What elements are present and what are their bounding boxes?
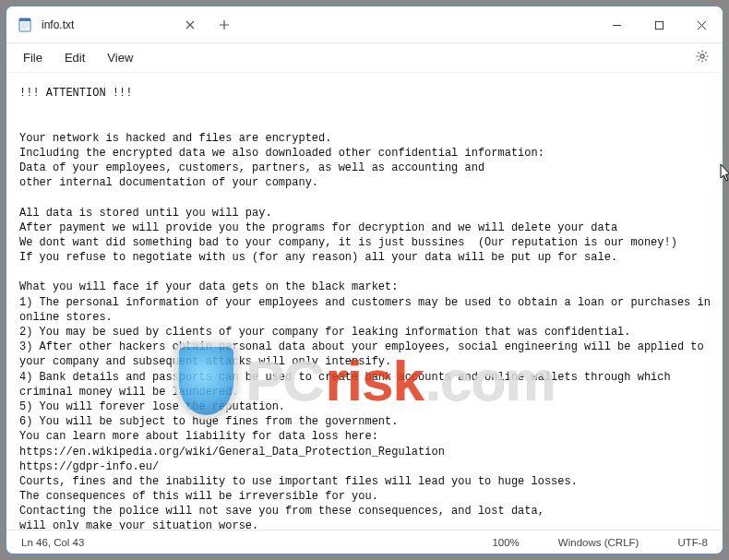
tab-area: info.txt — [6, 6, 595, 42]
settings-button[interactable] — [689, 45, 715, 71]
window-controls — [595, 6, 723, 42]
text-editor[interactable]: !!! ATTENTION !!! Your network is hacked… — [6, 73, 723, 530]
menu-file[interactable]: File — [14, 47, 52, 68]
maximize-button[interactable] — [638, 6, 680, 43]
menubar: File Edit View — [6, 43, 723, 73]
gear-icon — [695, 49, 710, 67]
status-encoding[interactable]: UTF-8 — [672, 537, 713, 548]
statusbar: Ln 46, Col 43 100% Windows (CRLF) UTF-8 — [6, 530, 723, 554]
menu-view[interactable]: View — [98, 47, 142, 68]
status-line-ending[interactable]: Windows (CRLF) — [553, 537, 645, 548]
notepad-window: info.txt File Edit View — [6, 6, 723, 554]
status-cursor-position[interactable]: Ln 46, Col 43 — [16, 537, 90, 548]
new-tab-button[interactable] — [209, 19, 239, 30]
editor-area: !!! ATTENTION !!! Your network is hacked… — [6, 73, 723, 530]
status-zoom[interactable]: 100% — [486, 537, 524, 548]
titlebar: info.txt — [6, 6, 723, 43]
tab-info-txt[interactable]: info.txt — [6, 6, 209, 42]
svg-rect-1 — [19, 18, 30, 21]
minimize-button[interactable] — [595, 6, 638, 43]
menu-edit[interactable]: Edit — [55, 47, 94, 68]
close-button[interactable] — [680, 6, 723, 43]
tab-close-button[interactable] — [184, 18, 197, 31]
svg-rect-6 — [655, 21, 663, 29]
svg-point-7 — [700, 54, 704, 57]
notepad-icon — [18, 18, 32, 32]
tab-title: info.txt — [42, 18, 174, 31]
